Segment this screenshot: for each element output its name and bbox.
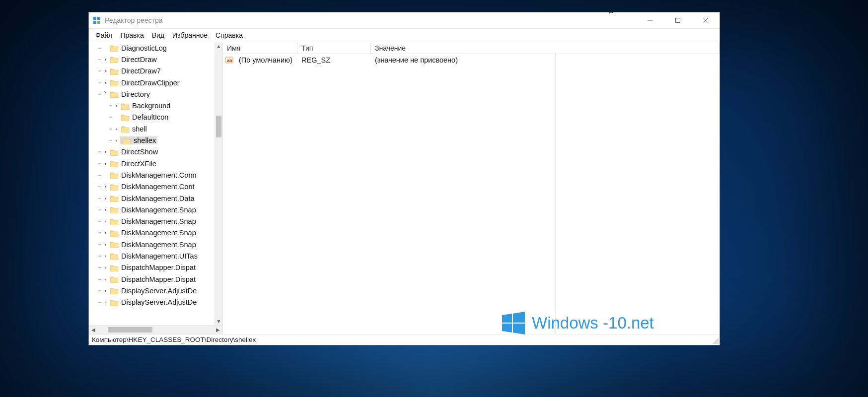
tree-item[interactable]: ⋯› DiskManagement.UITas <box>89 250 215 262</box>
value-row[interactable]: ab (По умолчанию) REG_SZ (значение не пр… <box>223 54 720 66</box>
tree-item[interactable]: ⋯ DiskManagement.Conn <box>89 169 215 181</box>
menu-edit[interactable]: Правка <box>117 30 147 40</box>
tree-item-label-wrap[interactable]: Background <box>120 102 170 110</box>
tree-item[interactable]: ⋯ DefaultIcon <box>89 112 215 123</box>
tree-item-label-wrap[interactable]: DiskManagement.Snap <box>109 217 196 225</box>
tree-item-label-wrap[interactable]: DirectDrawClipper <box>109 79 180 87</box>
chevron-right-icon[interactable]: › <box>102 276 109 283</box>
chevron-right-icon[interactable]: › <box>102 299 109 306</box>
menu-view[interactable]: Вид <box>148 30 168 40</box>
tree-item-label-wrap[interactable]: DefaultIcon <box>120 113 168 121</box>
tree-item[interactable]: ⋯› DiskManagement.Snap <box>89 215 215 227</box>
tree-guide: ⋯ <box>89 91 102 98</box>
tree-item[interactable]: ⋯› shellex <box>89 134 215 146</box>
tree-item-label-wrap[interactable]: DiskManagement.Cont <box>109 183 195 191</box>
chevron-right-icon[interactable]: › <box>102 229 109 236</box>
tree-guide: ⋯ <box>89 126 113 132</box>
tree-guide: ⋯ <box>89 206 102 213</box>
chevron-right-icon[interactable]: › <box>102 160 109 167</box>
scroll-left-icon[interactable]: ◀ <box>89 326 98 334</box>
tree-guide: ⋯ <box>89 264 102 271</box>
tree-item-label-wrap[interactable]: Directory <box>109 90 150 98</box>
tree-item[interactable]: ⋯› DiskManagement.Data <box>89 193 215 204</box>
close-button[interactable] <box>692 12 720 28</box>
tree-item-label-wrap[interactable]: DiagnosticLog <box>109 44 167 52</box>
resize-grip[interactable] <box>713 338 719 344</box>
chevron-down-icon[interactable]: ˅ <box>102 91 109 98</box>
column-name[interactable]: Имя <box>223 42 297 54</box>
menu-file[interactable]: Файл <box>92 30 116 40</box>
scroll-thumb[interactable] <box>216 116 221 137</box>
tree-item[interactable]: ⋯› DirectDraw7 <box>89 66 215 77</box>
tree-item-label-wrap[interactable]: DirectDraw <box>109 56 157 64</box>
tree-item[interactable]: ⋯› DirectXFile <box>89 158 215 169</box>
tree-item-label-wrap[interactable]: DispatchMapper.Dispat <box>109 275 196 283</box>
hscroll-track[interactable] <box>98 326 214 334</box>
chevron-right-icon[interactable]: › <box>102 79 109 86</box>
chevron-right-icon[interactable]: › <box>102 56 109 63</box>
tree-item[interactable]: ⋯› Background <box>89 100 215 111</box>
tree-item-label-wrap[interactable]: shellex <box>120 136 157 144</box>
chevron-right-icon[interactable]: › <box>102 148 109 155</box>
tree-item-label-wrap[interactable]: DispatchMapper.Dispat <box>109 264 196 271</box>
chevron-right-icon[interactable]: › <box>113 126 120 132</box>
tree-item[interactable]: ⋯› DirectDrawClipper <box>89 77 215 88</box>
tree-item[interactable]: ⋯› DisplayServer.AdjustDe <box>89 297 215 308</box>
chevron-right-icon[interactable]: › <box>102 287 109 294</box>
tree-item[interactable]: ⋯› DispatchMapper.Dispat <box>89 273 215 285</box>
tree-item-label-wrap[interactable]: DiskManagement.Conn <box>109 171 197 179</box>
tree[interactable]: ⋯ DiagnosticLog⋯› DirectDraw⋯› DirectDra… <box>89 42 215 325</box>
tree-item-label-wrap[interactable]: DiskManagement.Snap <box>109 229 196 237</box>
tree-item[interactable]: ⋯˅ Directory <box>89 88 215 100</box>
scroll-down-icon[interactable]: ▼ <box>215 317 222 325</box>
chevron-right-icon[interactable]: › <box>102 183 109 190</box>
tree-item[interactable]: ⋯› DirectShow <box>89 146 215 158</box>
chevron-right-icon[interactable]: › <box>102 241 109 248</box>
tree-item-label-wrap[interactable]: DiskManagement.Snap <box>109 241 196 249</box>
folder-icon <box>110 287 119 294</box>
tree-item[interactable]: ⋯› DiskManagement.Snap <box>89 204 215 215</box>
tree-item-label-wrap[interactable]: DisplayServer.AdjustDe <box>109 287 197 295</box>
chevron-right-icon[interactable]: › <box>102 253 109 260</box>
chevron-right-icon[interactable]: › <box>102 195 109 202</box>
scroll-right-icon[interactable]: ▶ <box>214 326 222 334</box>
values-body[interactable]: ab (По умолчанию) REG_SZ (значение не пр… <box>223 54 720 334</box>
tree-item[interactable]: ⋯› DiskManagement.Cont <box>89 181 215 193</box>
tree-item-label-wrap[interactable]: DirectDraw7 <box>109 67 161 75</box>
svg-rect-2 <box>93 21 96 24</box>
tree-item-label-wrap[interactable]: DirectShow <box>109 148 158 156</box>
tree-item-label-wrap[interactable]: DiskManagement.Snap <box>109 206 196 214</box>
value-name: (По умолчанию) <box>235 56 297 64</box>
titlebar[interactable]: Редактор реестра ↔ <box>89 12 720 29</box>
scroll-track[interactable] <box>215 50 222 317</box>
tree-item[interactable]: ⋯ DiagnosticLog <box>89 42 215 54</box>
tree-item-label: DiagnosticLog <box>121 44 167 52</box>
tree-item[interactable]: ⋯› shell <box>89 123 215 134</box>
tree-item-label-wrap[interactable]: shell <box>120 125 147 133</box>
tree-item-label-wrap[interactable]: DiskManagement.UITas <box>109 252 198 260</box>
scroll-up-icon[interactable]: ▲ <box>215 42 222 50</box>
chevron-right-icon[interactable]: › <box>113 137 120 144</box>
tree-item[interactable]: ⋯› DiskManagement.Snap <box>89 239 215 250</box>
column-value[interactable]: Значение <box>371 42 720 54</box>
menu-favorite[interactable]: Избранное <box>169 30 211 40</box>
chevron-right-icon[interactable]: › <box>102 67 109 74</box>
chevron-right-icon[interactable]: › <box>113 102 120 109</box>
tree-vertical-scrollbar[interactable]: ▲ ▼ <box>215 42 222 325</box>
tree-item-label-wrap[interactable]: DiskManagement.Data <box>109 195 195 202</box>
maximize-button[interactable] <box>664 12 692 28</box>
chevron-right-icon[interactable]: › <box>102 218 109 225</box>
tree-item[interactable]: ⋯› DispatchMapper.Dispat <box>89 262 215 273</box>
column-type[interactable]: Тип <box>297 42 371 54</box>
menu-help[interactable]: Справка <box>212 30 246 40</box>
chevron-right-icon[interactable]: › <box>102 264 109 271</box>
tree-horizontal-scrollbar[interactable]: ◀ ▶ <box>89 325 222 334</box>
hscroll-thumb[interactable] <box>108 327 152 332</box>
tree-item[interactable]: ⋯› DirectDraw <box>89 54 215 65</box>
tree-item-label-wrap[interactable]: DisplayServer.AdjustDe <box>109 298 197 306</box>
chevron-right-icon[interactable]: › <box>102 206 109 213</box>
tree-item-label-wrap[interactable]: DirectXFile <box>109 160 156 168</box>
minimize-button[interactable] <box>636 12 664 28</box>
tree-item[interactable]: ⋯› DisplayServer.AdjustDe <box>89 285 215 296</box>
tree-item[interactable]: ⋯› DiskManagement.Snap <box>89 227 215 239</box>
